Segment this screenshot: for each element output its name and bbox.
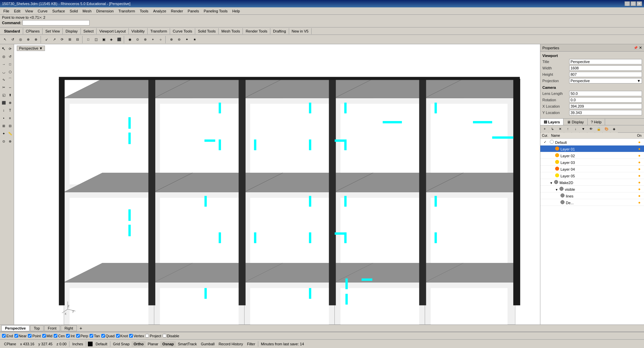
layer-row-05[interactable]: Layer 05 ● [540,172,644,179]
dot-tool[interactable]: • [1,114,7,122]
toolbar-btn-22[interactable]: ⊖ [175,36,183,43]
toolbar-btn-17[interactable]: ⊙ [134,36,141,43]
prop-value-width[interactable]: 1608 [569,65,642,71]
menu-item-panels[interactable]: Panels [186,8,201,14]
layer-row-visible[interactable]: ▼visible ● [540,186,644,192]
layer-row-01[interactable]: Layer 01 ● [540,146,644,152]
prop-value-xloc[interactable]: 394.209 [569,104,642,109]
poly-tool[interactable]: ⬡ [7,68,13,75]
toolbar-btn-12[interactable]: ◫ [92,36,100,43]
layer-row-04[interactable]: Layer 04 ● [540,166,644,172]
viewport-label[interactable]: Perspective ▼ [17,46,45,51]
sb-grid-snap[interactable]: Grid Snap [111,341,132,347]
toolbar-btn-13[interactable]: ▣ [100,36,107,43]
tabbar-item-cplanes[interactable]: CPlanes [23,28,43,34]
tabbar-item-visibility[interactable]: Visibility [129,28,148,34]
toolbar-btn-24[interactable]: ★ [191,36,198,43]
snap-knot[interactable]: Knot [116,334,128,338]
sb-record-history[interactable]: Record History [217,341,245,347]
select-tool[interactable]: ↖ [1,45,7,52]
toolbar-btn-9[interactable]: ⊞ [66,36,73,43]
layer-up-btn[interactable]: ↑ [564,125,572,133]
layer-tool[interactable]: ⊛ [7,137,13,145]
snap-quad[interactable]: Quad [101,334,115,338]
prop-value-title[interactable]: Perspective [569,59,642,64]
prop-value-height[interactable]: 807 [569,72,642,77]
prop-value-yloc[interactable]: 39.343 [569,110,642,115]
snap-tan[interactable]: Tan [90,334,100,338]
toolbar-btn-19[interactable]: ⌖ [149,36,157,43]
prop-dropdown-projection[interactable]: Perspective ▼ [569,78,642,83]
snap-project[interactable]: Project [145,334,161,338]
layer-row-02[interactable]: Layer 02 ● [540,152,644,159]
menu-item-dimension[interactable]: Dimension [94,8,116,14]
toolbar-btn-10[interactable]: ⊟ [74,36,81,43]
snap-tool[interactable]: ⊟ [7,122,13,129]
rotate-tool[interactable]: ↺ [7,53,13,60]
snap-disable[interactable]: Disable [163,334,179,338]
properties-pin-icon[interactable]: 📌 [634,46,638,50]
tabbar-item-solid-tools[interactable]: Solid Tools [195,28,219,34]
layer-filter-btn[interactable]: ▼ [580,125,587,133]
toolbar-btn-8[interactable]: ⟳ [58,36,66,43]
layer-list[interactable]: Cur. Name On ✓ Default ● Layer 01 ● [540,133,644,325]
fillet-tool[interactable]: ⌒ [7,76,13,83]
tabbar-item-mesh-tools[interactable]: Mesh Tools [219,28,243,34]
menu-item-transform[interactable]: Transform [116,8,137,14]
menu-item-render[interactable]: Render [169,8,185,14]
layer-material-btn[interactable]: ◈ [610,125,618,133]
grid-tool[interactable]: ⊞ [1,122,7,129]
tabbar-item-new-in-v5[interactable]: New in V5 [289,28,312,34]
titlebar-buttons[interactable]: _ □ ✕ [625,1,642,6]
tabbar-item-render-tools[interactable]: Render Tools [243,28,270,34]
toolbar-btn-7[interactable]: ↗ [51,36,58,43]
menu-item-analyze[interactable]: Analyze [151,8,168,14]
menu-item-tools[interactable]: Tools [138,8,151,14]
toolbar-btn-5[interactable]: ⊗ [32,36,40,43]
vp-tab-add[interactable]: + [77,325,84,332]
extrude-tool[interactable]: ⬆ [7,91,13,99]
toolbar-btn-21[interactable]: ⊕ [168,36,175,43]
tabbar-item-standard[interactable]: Standard [1,28,23,34]
menu-item-mesh[interactable]: Mesh [80,8,94,14]
menu-item-edit[interactable]: Edit [12,8,22,14]
sb-planar[interactable]: Planar [146,341,160,347]
vp-tab-top[interactable]: Top [30,325,44,331]
toolbar-btn-1[interactable]: ↖ [1,36,9,43]
hatch-tool[interactable]: ≡ [7,114,13,122]
sb-filter[interactable]: Filter [245,341,257,347]
boolean-tool[interactable]: ⊕ [7,99,13,106]
layer-row-lines[interactable]: lines ● [540,192,644,199]
prop-value-rotation[interactable]: 0.0 [569,97,642,103]
toolbar-btn-14[interactable]: ◈ [108,36,115,43]
trim-tool[interactable]: ✂ [1,83,7,91]
tab-display[interactable]: 🖥 Display [564,119,587,125]
toolbar-btn-16[interactable]: ◉ [126,36,133,43]
layer-row-make2d[interactable]: ▼Make2D ● [540,179,644,186]
layer-row-de[interactable]: De... ● [540,199,644,206]
sb-ortho[interactable]: Ortho [131,341,146,347]
tab-help[interactable]: ? Help [588,119,605,125]
menu-item-file[interactable]: File [1,8,11,14]
tabbar-item-curve-tools[interactable]: Curve Tools [170,28,195,34]
vp-tab-perspective[interactable]: Perspective [1,325,30,331]
layer-down-btn[interactable]: ↓ [572,125,579,133]
tabbar-item-select[interactable]: Select [81,28,97,34]
vp-tab-right[interactable]: Right [61,325,77,331]
snap-mid[interactable]: Mid [42,334,53,338]
sb-osnap[interactable]: Osnap [160,341,176,347]
snap-cen[interactable]: Cen [54,334,65,338]
extend-tool[interactable]: ↔ [7,83,13,91]
transform-tool[interactable]: ⟳ [7,45,13,52]
arc-tool[interactable]: ◡ [1,68,7,75]
snap-near[interactable]: Near [14,334,27,338]
layer-row-default[interactable]: ✓ Default ● [540,139,644,146]
tabbar-item-display[interactable]: Display [63,28,80,34]
menu-item-paneling tools[interactable]: Paneling Tools [202,8,229,14]
point-tool[interactable]: ✦ [1,130,7,137]
text-tool[interactable]: T [7,107,13,114]
prop-value-lens[interactable]: 50.0 [569,91,642,96]
dim-tool[interactable]: ↕ [1,107,7,114]
toolbar-btn-18[interactable]: ⊛ [142,36,149,43]
layer-visible-btn[interactable]: 👁 [587,125,595,133]
